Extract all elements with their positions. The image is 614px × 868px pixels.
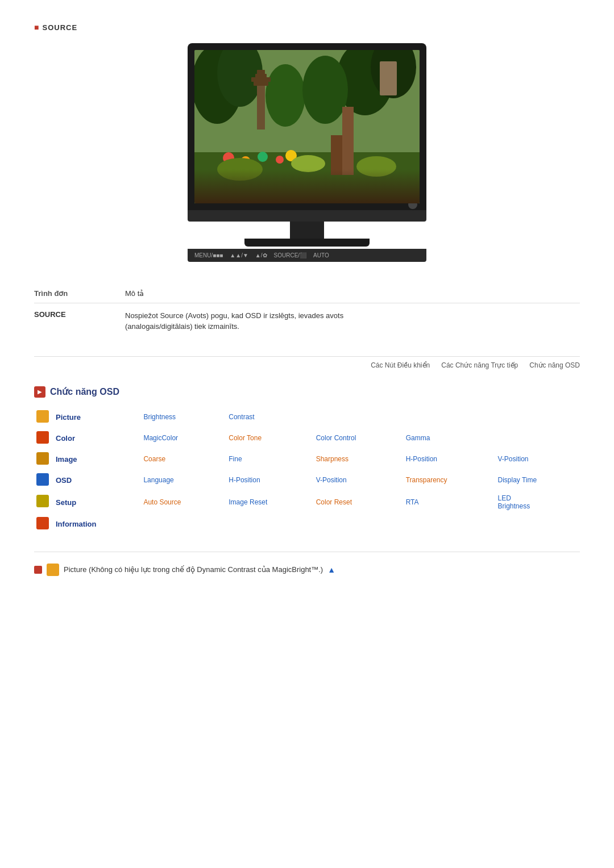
osd-section-title: Chức năng OSD [50,386,119,397]
icon-cell-color [34,428,51,449]
color-magiccolor[interactable]: MagicColor [138,428,223,449]
color-gamma[interactable]: Gamma [400,428,492,449]
color-tone[interactable]: Color Tone [223,428,310,449]
auto-control[interactable]: AUTO [313,252,329,258]
menu-description-source: Nospiežot Source (Avots) pogu, kad OSD i… [125,303,580,339]
osd-hposition[interactable]: H-Position [223,470,310,491]
icon-cell-information [34,514,51,535]
tab-control-buttons[interactable]: Các Nút Điều khiển [371,361,430,369]
svg-point-20 [291,155,325,172]
tab-osd-functions[interactable]: Chức năng OSD [529,361,580,369]
information-label[interactable]: Information [56,520,97,528]
color-icon [36,431,49,444]
image-label[interactable]: Image [56,455,77,464]
information-icon [36,517,49,529]
monitor-illustration: MENU/■■■ ▲▲/▼ ▲/✿ SOURCE/⬛ AUTO [34,43,580,262]
svg-point-22 [217,158,263,181]
picture-brightness[interactable]: Brightness [138,407,223,428]
svg-point-6 [302,56,348,124]
note-icon-red [34,566,42,574]
navigate-control[interactable]: ▲/✿ [255,252,267,258]
icon-cell-image [34,449,51,470]
osd-language[interactable]: Language [138,470,223,491]
image-icon [36,452,49,465]
source-label: SOURCE [42,23,77,32]
bottom-note-text: Picture (Không có hiệu lực trong chế độ … [64,565,323,574]
image-vposition[interactable]: V-Position [492,449,580,470]
monitor-body [188,43,426,210]
osd-row-setup: Setup Auto Source Image Reset Color Rese… [34,491,580,514]
menu-name-information: Information [51,514,138,535]
menu-name-setup: Setup [51,491,138,514]
svg-rect-19 [331,135,342,175]
table-header-desc: Mô tả [125,285,580,303]
menu-control[interactable]: MENU/■■■ [194,252,223,258]
image-hposition[interactable]: H-Position [400,449,492,470]
icon-cell-picture [34,407,51,428]
color-control[interactable]: Color Control [310,428,400,449]
osd-label[interactable]: OSD [56,476,72,485]
menu-name-osd: OSD [51,470,138,491]
menu-name-image: Image [51,449,138,470]
table-row: SOURCE Nospiežot Source (Avots) pogu, ka… [34,303,580,339]
color-label[interactable]: Color [56,434,75,443]
osd-row-picture: Picture Brightness Contrast [34,407,580,428]
setup-led-brightness[interactable]: LEDBrightness [492,491,580,514]
osd-vposition[interactable]: V-Position [310,470,400,491]
osd-section: ▶ Chức năng OSD Picture Brightness Contr… [34,386,580,535]
setup-label[interactable]: Setup [56,498,76,507]
bottom-note: Picture (Không có hiệu lực trong chế độ … [34,564,580,576]
icon-cell-setup [34,491,51,514]
image-sharpness[interactable]: Sharpness [310,449,400,470]
svg-rect-7 [257,84,265,130]
source-control[interactable]: SOURCE/⬛ [274,252,307,258]
svg-rect-8 [254,81,268,86]
osd-transparency[interactable]: Transparency [400,470,492,491]
brightness-control[interactable]: ▲▲/▼ [230,252,248,258]
source-header: ■ SOURCE [34,23,580,32]
monitor-screen [194,50,420,203]
image-fine[interactable]: Fine [223,449,310,470]
nav-tabs: Các Nút Điều khiển Các Chức năng Trực ti… [34,356,580,369]
osd-menu-table: Picture Brightness Contrast Color MagicC… [34,407,580,535]
separator [34,552,580,552]
table-header-menu: Trình đơn [34,285,125,303]
monitor-control-bar: MENU/■■■ ▲▲/▼ ▲/✿ SOURCE/⬛ AUTO [188,249,426,262]
osd-row-osd: OSD Language H-Position V-Position Trans… [34,470,580,491]
monitor-stand-base [244,239,370,247]
osd-row-color: Color MagicColor Color Tone Color Contro… [34,428,580,449]
note-arrow-up: ▲ [327,565,335,574]
image-coarse[interactable]: Coarse [138,449,223,470]
osd-row-image: Image Coarse Fine Sharpness H-Position V… [34,449,580,470]
osd-icon-box [36,473,49,486]
tab-direct-functions[interactable]: Các Chức năng Trực tiếp [441,361,518,369]
icon-cell-osd [34,470,51,491]
description-table: Trình đơn Mô tả SOURCE Nospiežot Source … [34,285,580,339]
osd-header: ▶ Chức năng OSD [34,386,580,398]
menu-name-picture: Picture [51,407,138,428]
osd-section-icon: ▶ [34,386,45,398]
setup-autosource[interactable]: Auto Source [138,491,223,514]
note-icon-orange [47,564,59,576]
setup-imagereset[interactable]: Image Reset [223,491,310,514]
picture-icon [36,410,49,423]
setup-colorreset[interactable]: Color Reset [310,491,400,514]
menu-name-source: SOURCE [34,303,125,339]
monitor-stand-neck [290,222,324,239]
svg-point-21 [356,156,396,177]
svg-rect-11 [257,70,265,76]
svg-rect-18 [342,107,354,175]
svg-point-5 [265,64,305,127]
setup-icon [36,495,49,507]
svg-point-16 [276,156,284,164]
menu-name-color: Color [51,428,138,449]
picture-label[interactable]: Picture [56,413,81,422]
monitor-stand-top [188,210,426,222]
svg-point-15 [258,152,268,162]
setup-rta[interactable]: RTA [400,491,492,514]
source-icon: ■ [34,23,39,32]
osd-row-information: Information [34,514,580,535]
picture-contrast[interactable]: Contrast [223,407,310,428]
osd-displaytime[interactable]: Display Time [492,470,580,491]
